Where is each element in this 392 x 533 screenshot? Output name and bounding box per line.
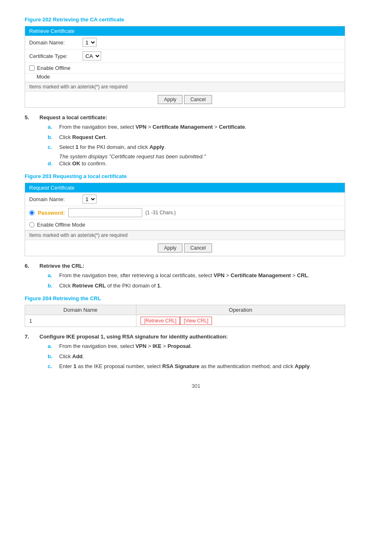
domain-name-select-2[interactable]: 1	[83, 195, 97, 204]
step-6-number: 6. Retrieve the CRL:	[25, 263, 367, 269]
offline-mode-radio[interactable]	[29, 222, 35, 227]
required-note-1: Items marked with an asterisk(*) are req…	[25, 82, 345, 91]
password-radio[interactable]	[29, 210, 35, 216]
step-5b: b. Click Request Cert.	[48, 133, 367, 141]
button-row-1: Apply Cancel	[25, 91, 345, 107]
domain-name-row-2: Domain Name: 1	[25, 192, 345, 206]
step-5c-note: The system displays "Certificate request…	[59, 153, 367, 160]
retrieve-certificate-header: Retrieve Certificate	[25, 26, 345, 36]
step-5-number: 5. Request a local certificate:	[25, 114, 367, 121]
retrieve-crl-button[interactable]: [Retrieve CRL]	[141, 317, 180, 325]
step-6a: a. From the navigation tree, sfter retri…	[48, 271, 367, 280]
step-6b: b. Click Retrieve CRL of the PKI domain …	[48, 282, 367, 290]
password-label: Password:	[38, 210, 65, 216]
request-certificate-body: Domain Name: 1 Password: (1 -31 Chars.) …	[25, 192, 345, 256]
domain-name-row: Domain Name: 1	[25, 36, 345, 49]
cancel-button-2[interactable]: Cancel	[184, 243, 212, 253]
figure-202-section: Figure 202 Retrieving the CA certificate…	[25, 16, 367, 108]
retrieve-certificate-body: Domain Name: 1 Certificate Type: CA Enab…	[25, 36, 345, 107]
step-5d: d. Click OK to confirm.	[48, 160, 367, 168]
request-certificate-header: Request Certificate	[25, 183, 345, 192]
table-header-row: Domain Name Operation	[25, 305, 345, 315]
offline-mode-label: Enable Offline Mode	[37, 222, 85, 228]
table-row: 1 [Retrieve CRL] [View CRL]	[25, 315, 345, 327]
cancel-button-1[interactable]: Cancel	[184, 95, 212, 104]
apply-button-1[interactable]: Apply	[158, 95, 182, 104]
offline-mode-row: Enable Offline Mode	[25, 220, 345, 230]
row-operations: [Retrieve CRL] [View CRL]	[136, 315, 345, 327]
required-note-2: Items marked with an asterisk(*) are req…	[25, 230, 345, 240]
step-5a: a. From the navigation tree, select VPN …	[48, 123, 367, 131]
domain-name-select[interactable]: 1	[83, 38, 97, 47]
page-number: 301	[25, 383, 367, 389]
certificate-type-row: Certificate Type: CA	[25, 49, 345, 63]
enable-offline-row: Enable Offline	[25, 63, 345, 74]
password-row: Password: (1 -31 Chars.)	[25, 206, 345, 220]
step-7c: c. Enter 1 as the IKE proposal number, s…	[48, 362, 367, 371]
request-certificate-panel: Request Certificate Domain Name: 1 Passw…	[25, 183, 345, 256]
figure-204-section: Figure 204 Retrieving the CRL Domain Nam…	[25, 295, 367, 327]
figure-204-title: Figure 204 Retrieving the CRL	[25, 295, 367, 301]
step-7-number: 7. Configure IKE proposal 1, using RSA s…	[25, 334, 367, 340]
domain-name-control[interactable]: 1	[83, 38, 97, 47]
domain-name-label-2: Domain Name:	[29, 196, 83, 202]
enable-offline-checkbox[interactable]	[29, 65, 35, 71]
figure-202-title: Figure 202 Retrieving the CA certificate	[25, 16, 367, 23]
figure-203-section: Figure 203 Requesting a local certificat…	[25, 173, 367, 256]
password-input[interactable]	[68, 208, 142, 217]
chars-hint: (1 -31 Chars.)	[145, 210, 176, 216]
step-7-block: 7. Configure IKE proposal 1, using RSA s…	[25, 334, 367, 371]
step-7b: b. Click Add.	[48, 352, 367, 361]
row-domain: 1	[25, 315, 136, 327]
certificate-type-label: Certificate Type:	[29, 53, 83, 59]
certificate-type-select[interactable]: CA	[83, 51, 101, 60]
step-5-block: 5. Request a local certificate: a. From …	[25, 114, 367, 167]
col-domain-name: Domain Name	[25, 305, 136, 315]
retrieve-certificate-panel: Retrieve Certificate Domain Name: 1 Cert…	[25, 26, 345, 108]
step-5-substeps: a. From the navigation tree, select VPN …	[48, 123, 367, 167]
step-7a: a. From the navigation tree, select VPN …	[48, 342, 367, 350]
enable-offline-label: Enable Offline	[37, 65, 70, 71]
certificate-type-control[interactable]: CA	[83, 51, 101, 60]
mode-label: Mode	[25, 74, 345, 82]
domain-name-control-2[interactable]: 1	[83, 195, 97, 204]
button-row-2: Apply Cancel	[25, 240, 345, 256]
domain-name-label: Domain Name:	[29, 39, 83, 46]
crl-table: Domain Name Operation 1 [Retrieve CRL] […	[25, 305, 345, 327]
step-6-substeps: a. From the navigation tree, sfter retri…	[48, 271, 367, 290]
apply-button-2[interactable]: Apply	[158, 243, 182, 253]
figure-203-title: Figure 203 Requesting a local certificat…	[25, 173, 367, 179]
step-6-block: 6. Retrieve the CRL: a. From the navigat…	[25, 263, 367, 290]
step-5c: c. Select 1 for the PKI domain, and clic…	[48, 143, 367, 151]
crl-buttons: [Retrieve CRL] [View CRL]	[141, 317, 212, 325]
step-7-substeps: a. From the navigation tree, select VPN …	[48, 342, 367, 371]
col-operation: Operation	[136, 305, 345, 315]
view-crl-button[interactable]: [View CRL]	[180, 317, 212, 325]
